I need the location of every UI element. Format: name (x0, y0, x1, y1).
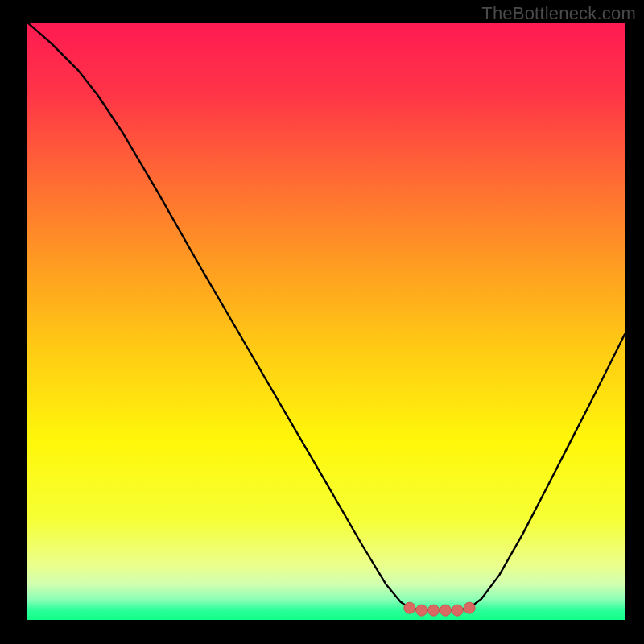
optimum-marker (452, 605, 463, 616)
gradient-background (27, 23, 625, 620)
watermark-text: TheBottleneck.com (481, 3, 636, 24)
plot-area (27, 23, 625, 620)
optimum-marker (464, 602, 475, 613)
chart-root: TheBottleneck.com (0, 0, 644, 644)
optimum-marker (404, 602, 415, 613)
optimum-marker (428, 605, 440, 616)
optimum-marker (440, 605, 451, 616)
chart-svg (27, 23, 625, 620)
optimum-marker (416, 605, 427, 616)
